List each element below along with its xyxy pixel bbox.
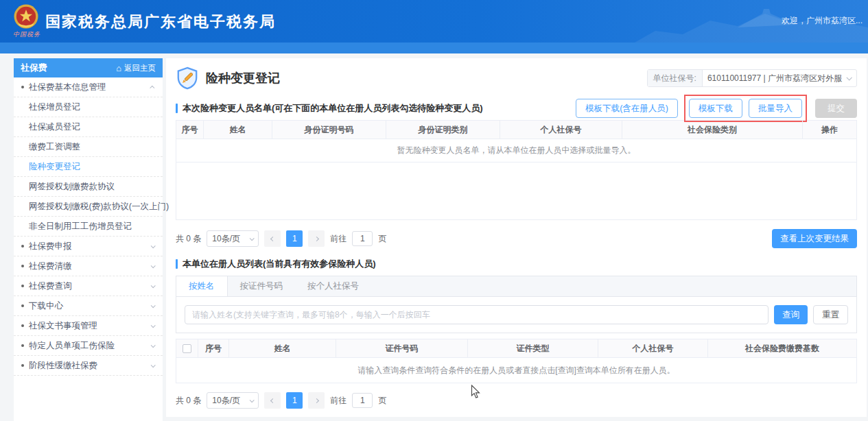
page-unit-label: 页 bbox=[378, 233, 386, 245]
bullet-icon bbox=[21, 364, 24, 367]
sidebar-item-label: 社保费查询 bbox=[29, 280, 72, 292]
goto-page-input[interactable] bbox=[352, 231, 373, 246]
bullet-icon bbox=[21, 285, 24, 287]
page-unit-label: 页 bbox=[378, 395, 386, 407]
sidebar-item-label: 非全日制用工工伤增员登记 bbox=[29, 221, 132, 232]
chevron-right-icon bbox=[314, 398, 319, 402]
sidebar-item-label: 社保费申报 bbox=[29, 241, 72, 252]
pagination1-row: 共 0 条 10条/页 1 前往 页 查看上次变更结果 bbox=[176, 229, 857, 248]
return-home-link[interactable]: ⌂ 返回主页 bbox=[116, 63, 156, 73]
user-welcome-link[interactable]: 欢迎，广州市荔湾区... bbox=[782, 15, 863, 27]
table-header-row: 序号 姓名 身份证明号码 身份证明类别 个人社保号 社会保险类别 操作 bbox=[176, 121, 856, 139]
sidebar-item-document-mgmt[interactable]: 社保文书事项管理 bbox=[14, 316, 163, 336]
bullet-icon bbox=[21, 265, 24, 267]
sidebar-item-deferred-payment[interactable]: 阶段性缓缴社保费 bbox=[14, 356, 163, 376]
sidebar-item-download-center[interactable]: 下载中心 bbox=[14, 296, 163, 316]
page-title-row: 险种变更登记 单位社保号: 610110011977 | 广州市荔湾区对外服 bbox=[176, 65, 857, 91]
total-count: 共 0 条 bbox=[176, 395, 201, 407]
sidebar-item-parttime-injury-reg[interactable]: 非全日制用工工伤增员登记 bbox=[14, 217, 163, 237]
sidebar-item-label: 特定人员单项工伤保险 bbox=[29, 340, 115, 352]
main-content: 险种变更登记 单位社保号: 610110011977 | 广州市荔湾区对外服 本… bbox=[166, 58, 867, 417]
tab-by-id-number[interactable]: 按证件号码 bbox=[228, 276, 296, 296]
goto-page-input[interactable] bbox=[352, 393, 373, 408]
sidebar-item-fee-query[interactable]: 社保费查询 bbox=[14, 276, 163, 296]
search-tabs: 按姓名 按证件号码 按个人社保号 bbox=[176, 276, 856, 297]
page-size-value: 10条/页 bbox=[212, 233, 240, 245]
col-cert-type: 证件类型 bbox=[468, 339, 598, 357]
total-count: 共 0 条 bbox=[176, 233, 201, 245]
logo-caption: 中国税务 bbox=[13, 30, 40, 39]
sidebar-item-special-injury-insurance[interactable]: 特定人员单项工伤保险 bbox=[14, 336, 163, 356]
sidebar-title: 社保费 bbox=[21, 62, 47, 74]
col-insurance-type: 社会保险类别 bbox=[622, 121, 803, 139]
next-page-button[interactable] bbox=[308, 230, 325, 247]
bullet-icon bbox=[21, 344, 24, 347]
sidebar-item-salary-adjust[interactable]: 缴费工资调整 bbox=[14, 137, 163, 157]
current-page-button[interactable]: 1 bbox=[286, 230, 303, 247]
empty-state-text: 暂无险种变更人员名单，请从本单位在册人员中选择或批量导入。 bbox=[176, 139, 856, 163]
bullet-icon bbox=[21, 304, 24, 307]
shield-edit-icon bbox=[176, 67, 199, 90]
page-size-select[interactable]: 10条/页 bbox=[207, 230, 259, 247]
col-payment-base: 社会保险费缴费基数 bbox=[708, 339, 856, 357]
chevron-left-icon bbox=[270, 236, 275, 241]
chevron-left-icon bbox=[270, 398, 275, 402]
sidebar-item-remove-staff[interactable]: 社保减员登记 bbox=[14, 117, 163, 137]
view-last-change-result-button[interactable]: 查看上次变更结果 bbox=[772, 229, 857, 248]
annotation-red-box: 模板下载 批量导入 bbox=[684, 95, 807, 122]
submit-button-disabled[interactable]: 提交 bbox=[815, 99, 857, 118]
col-seq: 序号 bbox=[176, 121, 204, 139]
sidebar-item-label: 险种变更登记 bbox=[29, 161, 80, 173]
prev-page-button[interactable] bbox=[264, 392, 281, 409]
sidebar-header: 社保费 ⌂ 返回主页 bbox=[14, 58, 163, 77]
unit-social-number-value: 610110011977 | 广州市荔湾区对外服 bbox=[703, 73, 847, 84]
tab-by-personal-ssn[interactable]: 按个人社保号 bbox=[295, 276, 371, 296]
sidebar-item-label: 阶段性缓缴社保费 bbox=[29, 360, 97, 372]
name-search-input[interactable] bbox=[185, 305, 769, 324]
sidebar-item-label: 社保费清缴 bbox=[29, 261, 72, 272]
sidebar-item-online-sign-onevisit[interactable]: 网签授权划缴税(费)款协议(一次上门) bbox=[14, 197, 163, 217]
chevron-down-icon bbox=[151, 363, 156, 368]
section1-title-text: 本次险种变更人员名单(可在下面的本单位在册人员列表勾选待险种变更人员) bbox=[183, 102, 483, 115]
section1-buttons: 模板下载(含在册人员) 模板下载 批量导入 提交 bbox=[576, 95, 857, 122]
prev-page-button[interactable] bbox=[264, 230, 281, 247]
current-page-button[interactable]: 1 bbox=[286, 392, 303, 409]
reset-button[interactable]: 重置 bbox=[813, 305, 848, 324]
sidebar-item-label: 下载中心 bbox=[29, 300, 63, 312]
sidebar-item-label: 网签授权划缴税(费)款协议(一次上门) bbox=[29, 201, 169, 213]
sidebar-item-fee-declare[interactable]: 社保费申报 bbox=[14, 237, 163, 256]
sidebar-item-insurance-change-active[interactable]: 险种变更登记 bbox=[14, 157, 163, 177]
pagination2-row: 共 0 条 10条/页 1 前往 页 bbox=[176, 392, 857, 409]
section2-title: 本单位在册人员列表(当前具有有效参保险种人员) bbox=[176, 258, 857, 270]
query-button[interactable]: 查询 bbox=[774, 305, 808, 324]
sidebar-item-add-staff[interactable]: 社保增员登记 bbox=[14, 97, 163, 117]
chevron-down-icon bbox=[151, 303, 156, 308]
return-home-label: 返回主页 bbox=[124, 63, 156, 73]
col-name: 姓名 bbox=[204, 121, 272, 139]
table-empty-area bbox=[176, 163, 856, 219]
registered-staff-table: 序号 姓名 证件号码 证件类型 个人社保号 社会保险费缴费基数 请输入查询条件查… bbox=[176, 339, 857, 383]
section-bar-icon bbox=[176, 104, 178, 113]
select-all-checkbox[interactable] bbox=[183, 344, 191, 353]
unit-social-number-select[interactable]: 单位社保号: 610110011977 | 广州市荔湾区对外服 bbox=[647, 69, 857, 87]
bullet-icon bbox=[21, 324, 24, 327]
sidebar-item-fee-clear[interactable]: 社保费清缴 bbox=[14, 256, 163, 276]
chevron-down-icon bbox=[250, 398, 255, 402]
table-header-row: 序号 姓名 证件号码 证件类型 个人社保号 社会保险费缴费基数 bbox=[176, 339, 856, 358]
sidebar-item-label: 社保增员登记 bbox=[29, 101, 80, 113]
template-download-button[interactable]: 模板下载 bbox=[689, 99, 742, 118]
batch-import-button[interactable]: 批量导入 bbox=[749, 99, 802, 118]
col-personal-ssn: 个人社保号 bbox=[598, 339, 708, 357]
sidebar-item-label: 社保费基本信息管理 bbox=[29, 82, 106, 93]
page-size-select[interactable]: 10条/页 bbox=[207, 392, 259, 409]
section2-title-text: 本单位在册人员列表(当前具有有效参保险种人员) bbox=[183, 258, 376, 270]
sidebar-item-basic-info-mgmt[interactable]: 社保费基本信息管理 bbox=[14, 77, 163, 97]
sidebar-item-online-sign-agreement[interactable]: 网签授权划缴费款协议 bbox=[14, 177, 163, 197]
col-id-number: 身份证明号码 bbox=[272, 121, 386, 139]
empty-state-text: 请输入查询条件查询符合条件的在册人员或者直接点击[查询]查询本单位所有在册人员。 bbox=[176, 358, 856, 383]
chevron-down-icon bbox=[846, 75, 852, 80]
unit-social-number-label: 单位社保号: bbox=[648, 70, 703, 86]
next-page-button[interactable] bbox=[308, 392, 325, 409]
template-download-with-staff-button[interactable]: 模板下载(含在册人员) bbox=[576, 99, 678, 118]
tab-by-name[interactable]: 按姓名 bbox=[176, 276, 228, 296]
